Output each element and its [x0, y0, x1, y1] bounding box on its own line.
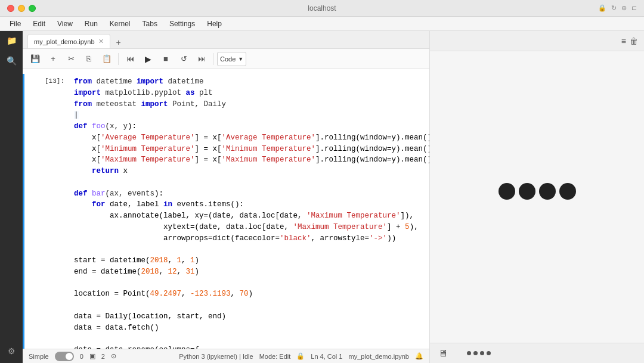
- cursor-indicator: ▣: [89, 352, 95, 360]
- cursor-lock-icon: 🔒: [296, 352, 305, 360]
- stop-button[interactable]: ■: [158, 51, 174, 67]
- cell-type-label: Code: [220, 55, 236, 63]
- mode-label: Simple: [29, 353, 49, 360]
- menu-kernel[interactable]: Kernel: [105, 18, 135, 29]
- minimize-button[interactable]: [18, 5, 25, 12]
- edit-mode: Mode: Edit: [259, 353, 291, 360]
- menu-run[interactable]: Run: [80, 18, 103, 29]
- tab-label: my_plot_demo.ipynb: [34, 38, 95, 45]
- notification-icon: 🔔: [415, 352, 423, 360]
- cell-count: 0: [80, 353, 83, 360]
- statusbar: Simple 0 ▣ 2 ⊙ Python 3 (ipykernel) | Id…: [23, 349, 429, 363]
- cut-button[interactable]: ✂: [63, 51, 79, 67]
- logo-dot-3: [539, 183, 556, 200]
- panel-action-icons: ≡ 🗑: [621, 36, 638, 46]
- add-tab-icon[interactable]: ⊕: [621, 4, 627, 12]
- titlebar-controls: 🔒 ↻ ⊕ ⊏: [598, 4, 637, 12]
- sidebar-search-icon[interactable]: 🔍: [4, 54, 19, 68]
- menu-settings[interactable]: Settings: [165, 18, 200, 29]
- sidebar-files-icon[interactable]: 📁: [4, 33, 19, 48]
- toolbar: 💾 + ✂ ⎘ 📋 ⏮ ▶ ■ ↺ ⏭ Code ▼: [23, 49, 429, 69]
- statusbar-left: Simple 0 ▣ 2 ⊙: [29, 352, 116, 361]
- cursor-position: Ln 4, Col 1: [311, 353, 342, 360]
- right-panel-content: [430, 51, 644, 343]
- main-layout: 📁 🔍 ⚙ my_plot_demo.ipynb ✕ + 💾 + ✂ ⎘ 📋 ⏮…: [0, 31, 644, 363]
- copy-button[interactable]: ⎘: [81, 51, 97, 67]
- cursor-col: 2: [101, 353, 105, 360]
- paste-button[interactable]: 📋: [99, 51, 114, 67]
- footer-dot-3: [480, 351, 484, 355]
- dropdown-chevron-icon: ▼: [238, 56, 243, 62]
- sidebar-extensions-icon[interactable]: ⚙: [5, 344, 18, 358]
- add-tab-button[interactable]: +: [113, 36, 125, 48]
- menu-help[interactable]: Help: [202, 18, 227, 29]
- footer-dot-2: [473, 351, 478, 355]
- notebook-filename: my_plot_demo.ipynb: [348, 353, 409, 360]
- status-icon: ⊙: [111, 352, 116, 360]
- restart-run-button[interactable]: ⏭: [194, 51, 209, 67]
- tab-close-button[interactable]: ✕: [98, 38, 104, 45]
- right-panel-footer: 🖥: [430, 343, 644, 363]
- fullscreen-button[interactable]: [29, 5, 36, 12]
- run-button[interactable]: ▶: [140, 51, 156, 67]
- footer-dots: [467, 351, 491, 355]
- logo-dot-4: [559, 183, 576, 200]
- right-panel-header: ≡ 🗑: [430, 31, 644, 51]
- cell-type-dropdown[interactable]: Code ▼: [217, 52, 246, 66]
- trash-icon[interactable]: 🗑: [630, 36, 638, 46]
- active-tab[interactable]: my_plot_demo.ipynb ✕: [27, 34, 110, 48]
- toggle-knob: [66, 353, 73, 360]
- run-prev-button[interactable]: ⏮: [122, 51, 138, 67]
- save-button[interactable]: 💾: [27, 51, 43, 67]
- cell-prompt: [13]:: [24, 74, 69, 349]
- titlebar: localhost 🔒 ↻ ⊕ ⊏: [0, 0, 644, 17]
- kernel-status: Python 3 (ipykernel) | Idle: [179, 353, 253, 360]
- add-cell-button[interactable]: +: [45, 51, 61, 67]
- menu-file[interactable]: File: [5, 18, 26, 29]
- logo-dot-2: [519, 183, 535, 200]
- cell-code[interactable]: from datetime import datetime import mat…: [69, 74, 429, 349]
- brand-logo: [499, 183, 576, 200]
- menu-edit[interactable]: Edit: [28, 18, 50, 29]
- footer-dot-1: [467, 351, 471, 355]
- menu-view[interactable]: View: [52, 18, 78, 29]
- right-panel: ≡ 🗑 🖥: [429, 31, 644, 363]
- left-sidebar: 📁 🔍 ⚙: [0, 31, 23, 363]
- window-title: localhost: [308, 4, 336, 13]
- statusbar-right: Python 3 (ipykernel) | Idle Mode: Edit 🔒…: [179, 352, 423, 360]
- toolbar-sep-1: [118, 53, 119, 65]
- menu-tabs[interactable]: Tabs: [138, 18, 162, 29]
- sidebar-icon[interactable]: ⊏: [631, 4, 637, 12]
- monitor-icon: 🖥: [438, 348, 448, 359]
- refresh-icon[interactable]: ↻: [611, 4, 617, 12]
- code-cell: [13]: from datetime import datetime impo…: [23, 74, 429, 349]
- menubar: File Edit View Run Kernel Tabs Settings …: [0, 17, 644, 31]
- filter-icon[interactable]: ≡: [621, 36, 626, 46]
- notebook-main: my_plot_demo.ipynb ✕ + 💾 + ✂ ⎘ 📋 ⏮ ▶ ■ ↺…: [23, 31, 429, 363]
- close-button[interactable]: [7, 5, 14, 12]
- traffic-lights: [7, 5, 36, 12]
- logo-dot-1: [499, 183, 515, 200]
- cell-container[interactable]: [13]: from datetime import datetime impo…: [23, 69, 429, 349]
- tab-bar: my_plot_demo.ipynb ✕ +: [23, 31, 429, 49]
- restart-button[interactable]: ↺: [176, 51, 191, 67]
- lock-icon: 🔒: [598, 4, 606, 12]
- footer-dot-4: [487, 351, 491, 355]
- toolbar-sep-2: [213, 53, 213, 65]
- simple-toggle[interactable]: [55, 352, 74, 361]
